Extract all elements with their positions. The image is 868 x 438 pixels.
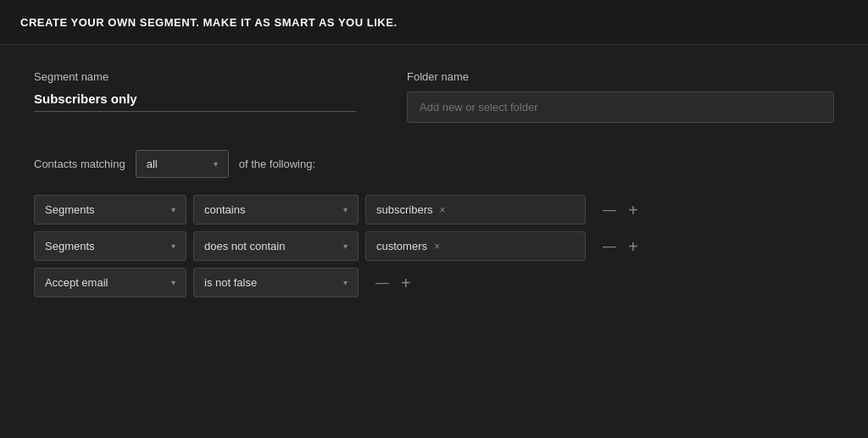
segment-name-label: Segment name xyxy=(34,70,356,83)
action-buttons-1: — + xyxy=(599,200,642,220)
contacts-matching-label: Contacts matching xyxy=(34,158,125,170)
field-label-2: Segments xyxy=(45,240,164,252)
form-row: Segment name Subscribers only Folder nam… xyxy=(34,70,834,123)
field-arrow-3: ▾ xyxy=(171,278,175,287)
tag-close-2[interactable]: × xyxy=(434,241,440,252)
value-dropdown-1[interactable]: subscribers × xyxy=(365,195,586,225)
remove-condition-3[interactable]: — xyxy=(372,274,392,291)
tag-value-2: customers xyxy=(376,240,427,252)
all-dropdown[interactable]: all ▾ xyxy=(136,150,229,178)
value-dropdown-2[interactable]: customers × xyxy=(365,231,586,261)
segment-name-value: Subscribers only xyxy=(34,91,356,112)
tag-value-1: subscribers xyxy=(376,203,432,216)
tag-1: subscribers × xyxy=(376,203,445,216)
operator-dropdown-3[interactable]: is not false ▾ xyxy=(193,268,359,297)
action-buttons-2: — + xyxy=(599,236,642,257)
field-label-3: Accept email xyxy=(45,276,164,289)
field-dropdown-3[interactable]: Accept email ▾ xyxy=(34,268,186,297)
page-title: CREATE YOUR OWN SEGMENT. MAKE IT AS SMAR… xyxy=(20,16,398,29)
remove-condition-1[interactable]: — xyxy=(599,202,620,219)
operator-label-3: is not false xyxy=(204,276,337,289)
condition-row: Accept email ▾ is not false ▾ — + xyxy=(34,268,834,297)
following-text: of the following: xyxy=(239,158,315,170)
folder-input[interactable] xyxy=(407,91,834,123)
tag-close-1[interactable]: × xyxy=(439,205,445,215)
field-dropdown-1[interactable]: Segments ▾ xyxy=(34,195,186,225)
operator-arrow-1: ▾ xyxy=(343,205,348,214)
field-label-1: Segments xyxy=(45,203,164,216)
folder-name-label: Folder name xyxy=(407,70,834,83)
field-arrow-2: ▾ xyxy=(171,241,175,251)
add-condition-2[interactable]: + xyxy=(625,236,642,257)
add-condition-1[interactable]: + xyxy=(625,200,642,220)
tag-2: customers × xyxy=(376,240,440,252)
field-arrow-1: ▾ xyxy=(171,205,175,214)
all-dropdown-value: all xyxy=(147,158,158,170)
operator-dropdown-1[interactable]: contains ▾ xyxy=(193,195,359,225)
contacts-matching-row: Contacts matching all ▾ of the following… xyxy=(34,150,834,178)
all-dropdown-arrow: ▾ xyxy=(214,159,218,169)
main-content: Segment name Subscribers only Folder nam… xyxy=(0,45,868,323)
operator-label-2: does not contain xyxy=(204,240,337,252)
condition-row: Segments ▾ contains ▾ subscribers × — + xyxy=(34,195,834,225)
segment-name-group: Segment name Subscribers only xyxy=(34,70,356,123)
operator-dropdown-2[interactable]: does not contain ▾ xyxy=(193,231,359,261)
page-header: CREATE YOUR OWN SEGMENT. MAKE IT AS SMAR… xyxy=(0,0,868,45)
condition-row: Segments ▾ does not contain ▾ customers … xyxy=(34,231,834,261)
conditions-list: Segments ▾ contains ▾ subscribers × — + … xyxy=(34,195,834,297)
add-condition-3[interactable]: + xyxy=(398,273,415,293)
remove-condition-2[interactable]: — xyxy=(599,238,620,255)
folder-name-group: Folder name xyxy=(407,70,834,123)
field-dropdown-2[interactable]: Segments ▾ xyxy=(34,231,186,261)
action-buttons-3: — + xyxy=(372,273,415,293)
operator-arrow-2: ▾ xyxy=(343,241,348,251)
operator-arrow-3: ▾ xyxy=(343,278,348,287)
operator-label-1: contains xyxy=(204,203,337,216)
